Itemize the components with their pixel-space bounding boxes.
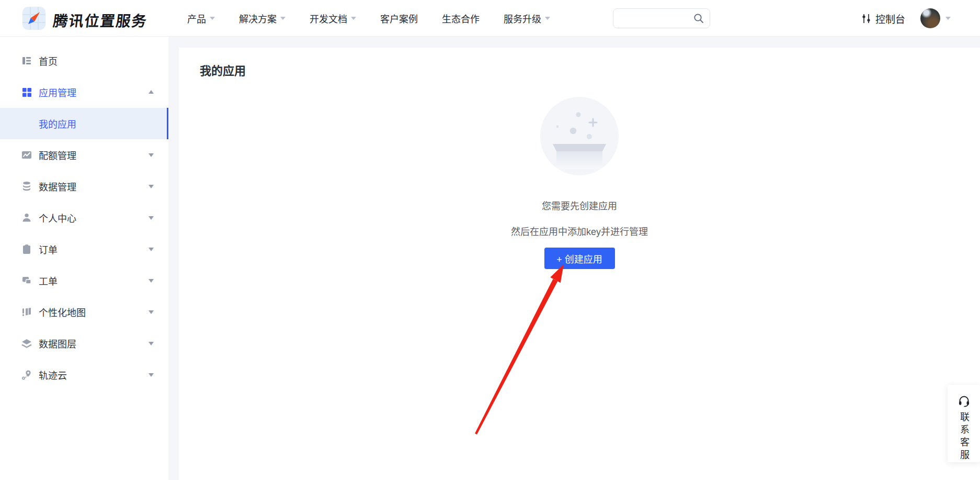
selected-accent-bar: [167, 108, 168, 139]
chevron-down-icon: [149, 373, 154, 377]
chevron-down-icon: [210, 17, 215, 20]
chevron-down-icon: [149, 248, 154, 251]
home-icon: [21, 55, 32, 66]
brand-title: 腾讯位置服务: [52, 9, 149, 30]
console-link[interactable]: 控制台: [861, 0, 905, 37]
custom-map-icon: [21, 306, 32, 318]
empty-hint-line1: 您需要先创建应用: [542, 198, 617, 212]
nav-item-solutions[interactable]: 解决方案: [239, 12, 286, 25]
chevron-up-icon: [149, 90, 154, 94]
chevron-down-icon: [149, 342, 154, 345]
layers-icon: [21, 338, 32, 349]
contact-support-widget[interactable]: 联系客服: [948, 385, 980, 462]
contact-support-label: 联系客服: [957, 412, 971, 462]
create-app-button[interactable]: + 创建应用: [544, 248, 615, 269]
avatar-chevron-down-icon[interactable]: [945, 17, 951, 20]
brand-logo-icon: [22, 7, 45, 30]
ticket-icon: [21, 275, 32, 286]
search-input[interactable]: [613, 9, 693, 28]
search-icon[interactable]: [693, 13, 704, 24]
sidebar-item-track-cloud[interactable]: 轨迹云: [0, 359, 168, 390]
sidebar-item-my-apps[interactable]: 我的应用: [0, 108, 168, 139]
top-nav: 产品 解决方案 开发文档 客户案例 生态合作 服务升级: [187, 0, 550, 37]
track-cloud-icon: [21, 369, 32, 381]
order-icon: [21, 243, 32, 255]
empty-state: 您需要先创建应用 然后在应用中添加key并进行管理 + 创建应用: [179, 97, 980, 269]
sidebar-item-data-management[interactable]: 数据管理: [0, 171, 168, 202]
user-icon: [21, 212, 32, 224]
empty-hint-line2: 然后在应用中添加key并进行管理: [511, 224, 648, 238]
nav-item-service-upgrade[interactable]: 服务升级: [504, 12, 550, 25]
chevron-down-icon: [149, 153, 154, 157]
chevron-down-icon: [149, 185, 154, 188]
content-panel: 我的应用 您需要先创建应用 然后在应用中添加key并进行管理: [179, 48, 980, 480]
user-avatar[interactable]: [920, 8, 940, 28]
page-title: 我的应用: [200, 61, 246, 78]
sidebar-item-data-layers[interactable]: 数据图层: [0, 328, 168, 359]
nav-item-ecosystem[interactable]: 生态合作: [442, 12, 480, 25]
quota-icon: [21, 149, 32, 161]
console-sliders-icon: [861, 13, 871, 24]
sidebar-item-work-orders[interactable]: 工单: [0, 265, 168, 296]
chevron-down-icon: [545, 17, 550, 20]
sidebar-item-home[interactable]: 首页: [0, 45, 168, 76]
sidebar-item-personal-center[interactable]: 个人中心: [0, 202, 168, 233]
top-header: 腾讯位置服务 产品 解决方案 开发文档 客户案例 生态合作 服务升级: [0, 0, 980, 37]
chevron-down-icon: [149, 310, 154, 314]
sidebar-item-app-management[interactable]: 应用管理: [0, 76, 168, 108]
headset-icon: [958, 394, 971, 407]
nav-item-products[interactable]: 产品: [187, 12, 215, 25]
database-icon: [21, 181, 32, 192]
search-box: [613, 8, 710, 28]
sidebar-item-quota-management[interactable]: 配额管理: [0, 139, 168, 171]
chevron-down-icon: [351, 17, 356, 20]
apps-icon: [21, 86, 32, 98]
nav-item-docs[interactable]: 开发文档: [310, 12, 356, 25]
chevron-down-icon: [149, 279, 154, 283]
sidebar-item-custom-map[interactable]: 个性化地图: [0, 296, 168, 328]
chevron-down-icon: [149, 216, 154, 220]
empty-box-illustration: [540, 97, 619, 175]
sidebar-item-orders[interactable]: 订单: [0, 233, 168, 265]
nav-item-cases[interactable]: 客户案例: [380, 12, 418, 25]
chevron-down-icon: [280, 17, 286, 20]
sidebar: 首页 应用管理 我的应用 配额管理 数据管理: [0, 37, 168, 480]
